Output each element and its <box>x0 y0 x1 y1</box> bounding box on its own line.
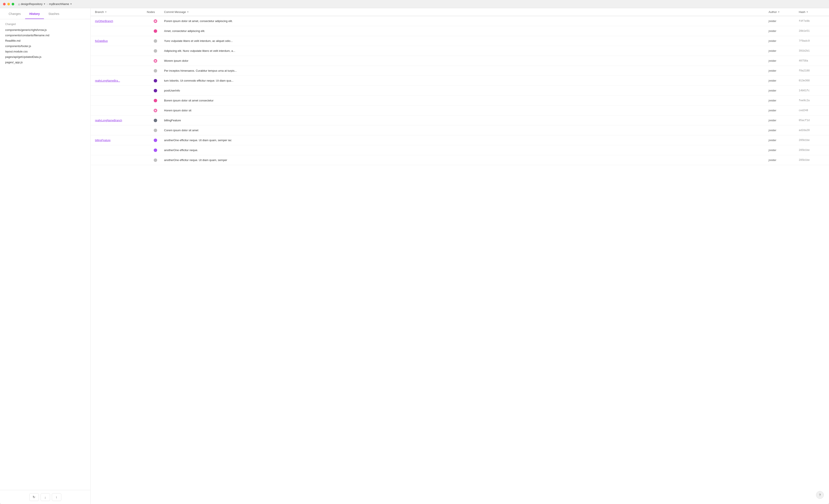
table-row[interactable]: billingFeature anotherOne efficitur nequ… <box>91 135 829 145</box>
author-sort-icon: ▼ <box>778 11 780 13</box>
main-layout: Changes History Stashes Changed componen… <box>0 8 829 504</box>
minimize-button[interactable] <box>7 3 10 5</box>
push-button[interactable]: ↑ <box>52 493 61 501</box>
sidebar-content: Changed components/generic/rightArrow.js… <box>0 19 91 490</box>
content-area: Branch ▼ Nodes Commit Message ▼ Author ▼… <box>91 8 829 504</box>
author-cell: jreider <box>768 49 799 52</box>
col-message[interactable]: Commit Message ▼ <box>164 10 768 13</box>
help-button[interactable]: ? <box>816 491 824 499</box>
file-item[interactable]: ReadMe.md <box>5 39 85 42</box>
table-row[interactable]: Horem ipsum dolor sit jreider ced248 <box>91 106 829 115</box>
pull-button[interactable]: ↓ <box>41 493 50 501</box>
file-list: components/generic/rightArrow.jscomponen… <box>5 28 85 64</box>
tab-stashes[interactable]: Stashes <box>44 8 64 19</box>
table-row[interactable]: reallyLongNameBranch billingFeature jrei… <box>91 115 829 125</box>
file-item[interactable]: components/generic/rightArrow.js <box>5 28 85 32</box>
branch-cell[interactable]: reallyLongNameBra... <box>95 79 147 82</box>
file-item[interactable]: pages/_app.js <box>5 61 85 64</box>
commit-node <box>154 79 157 82</box>
author-cell: jreider <box>768 139 799 142</box>
commit-node <box>154 29 157 33</box>
col-nodes: Nodes <box>147 10 164 13</box>
node-cell <box>147 20 164 23</box>
commit-message: postUserInfo <box>164 89 768 92</box>
node-cell <box>147 129 164 132</box>
commit-message: Worem ipsum dolor <box>164 59 768 62</box>
table-row[interactable]: Borem ipsum dolor sit amet consectetur j… <box>91 96 829 106</box>
hash-col-label: Hash <box>799 10 805 13</box>
node-cell <box>147 89 164 93</box>
app-window: ⌂ designRepository ▼ › myBranchName ▼ Ch… <box>0 0 829 504</box>
col-hash[interactable]: Hash ▼ <box>799 10 825 13</box>
branch-sort-icon: ▼ <box>105 11 107 13</box>
table-row[interactable]: myOtherBranch Porem ipsum dolor sit amet… <box>91 16 829 26</box>
commit-message: anotherOne efficitur neque. Ut diam quam… <box>164 158 768 162</box>
author-cell: jreider <box>768 109 799 112</box>
node-cell <box>147 148 164 152</box>
author-cell: jreider <box>768 99 799 102</box>
maximize-button[interactable] <box>12 3 14 5</box>
tab-changes[interactable]: Changes <box>4 8 25 19</box>
table-row[interactable]: reallyLongNameBra... tum lobortis. Ut co… <box>91 76 829 86</box>
tab-history[interactable]: History <box>25 8 44 19</box>
branch-cell[interactable]: billingFeature <box>95 139 147 142</box>
commit-node <box>154 148 157 152</box>
commit-list: myOtherBranch Porem ipsum dolor sit amet… <box>91 16 829 504</box>
author-cell: jreider <box>768 79 799 82</box>
hash-cell: fee9c2a <box>799 99 825 102</box>
commit-message: Amet, consectetur adipiscing elit. <box>164 29 768 33</box>
node-cell <box>147 69 164 73</box>
section-label: Changed <box>5 23 85 26</box>
commit-message: Porem ipsum dolor sit amet, consectetur … <box>164 20 768 23</box>
commit-node <box>154 139 157 142</box>
commit-message: Borem ipsum dolor sit amet consectetur <box>164 99 768 102</box>
col-author[interactable]: Author ▼ <box>768 10 799 13</box>
author-cell: jreider <box>768 129 799 132</box>
home-icon: ⌂ <box>18 2 20 6</box>
commit-message: Adipiscing elit. Nunc vulputate libero e… <box>164 49 768 52</box>
table-row[interactable]: fixDateBug Yunc vulputate libero et veli… <box>91 36 829 46</box>
refresh-button[interactable]: ↻ <box>29 493 39 501</box>
table-row[interactable]: Adipiscing elit. Nunc vulputate libero e… <box>91 46 829 56</box>
file-item[interactable]: components/constants/filename.md <box>5 34 85 37</box>
branch-cell[interactable]: myOtherBranch <box>95 20 147 23</box>
branch-cell[interactable]: reallyLongNameBranch <box>95 119 147 122</box>
sidebar: Changes History Stashes Changed componen… <box>0 8 91 504</box>
sidebar-footer: ↻ ↓ ↑ <box>0 490 91 504</box>
commit-node <box>154 109 157 112</box>
branch-cell[interactable]: fixDateBug <box>95 39 147 42</box>
commit-node <box>154 158 157 162</box>
table-row[interactable]: Amet, consectetur adipiscing elit. jreid… <box>91 26 829 36</box>
table-row[interactable]: postUserInfo jreider 14b61fc <box>91 86 829 96</box>
hash-cell: 7f9adc9 <box>799 39 825 42</box>
table-row[interactable]: Worem ipsum dolor jreider 40758a <box>91 56 829 66</box>
table-row[interactable]: anotherOne efficitur neque. Ut diam quam… <box>91 155 829 165</box>
node-cell <box>147 158 164 162</box>
table-row[interactable]: Per inceptos himenaeos. Curabitur tempus… <box>91 66 829 76</box>
file-item[interactable]: layout.module.css <box>5 50 85 53</box>
hash-cell: f4f7e8b <box>799 20 825 23</box>
table-row[interactable]: anotherOne efficitur neque. jreider 285b… <box>91 145 829 155</box>
col-branch[interactable]: Branch ▼ <box>95 10 147 13</box>
hash-cell: 013e368 <box>799 79 825 82</box>
author-cell: jreider <box>768 119 799 122</box>
node-cell <box>147 109 164 112</box>
table-header: Branch ▼ Nodes Commit Message ▼ Author ▼… <box>91 8 829 16</box>
branch-selector[interactable]: myBranchName ▼ <box>49 2 72 6</box>
commit-node <box>154 49 157 53</box>
message-sort-icon: ▼ <box>187 11 189 13</box>
branch-chevron-icon: ▼ <box>70 3 72 5</box>
author-cell: jreider <box>768 69 799 72</box>
hash-cell: 05acf1d <box>799 119 825 122</box>
file-item[interactable]: pages/api/getUpdatedData.js <box>5 55 85 59</box>
node-cell <box>147 139 164 142</box>
commit-message: Yunc vulputate libero et velit interdum,… <box>164 39 768 42</box>
repo-selector[interactable]: ⌂ designRepository ▼ <box>18 2 45 6</box>
commit-message: tum lobortis. Ut commodo efficitur neque… <box>164 79 768 82</box>
author-cell: jreider <box>768 89 799 92</box>
table-row[interactable]: Corem ipsum dolor sit amet jreider ad2da… <box>91 125 829 135</box>
file-item[interactable]: components/footer.js <box>5 44 85 48</box>
commit-node <box>154 59 157 63</box>
nodes-col-label: Nodes <box>147 10 155 13</box>
close-button[interactable] <box>3 3 6 5</box>
